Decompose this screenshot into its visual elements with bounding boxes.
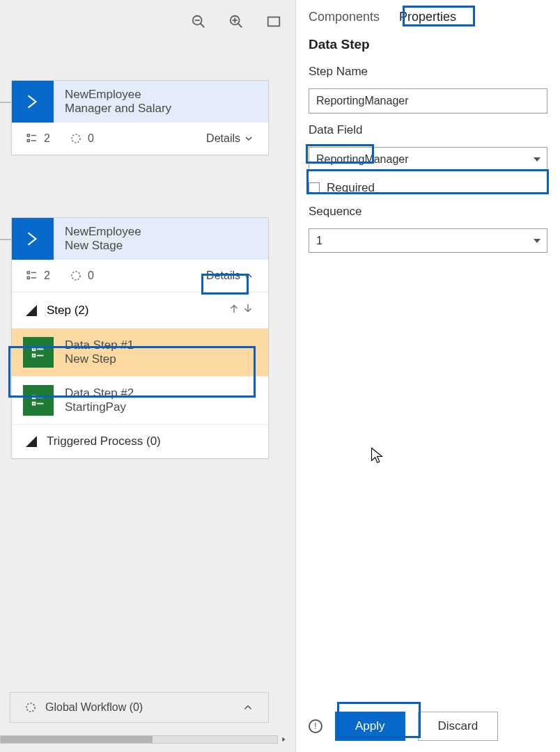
data-field-select[interactable]: ReportingManager bbox=[309, 147, 547, 171]
svg-point-17 bbox=[72, 272, 80, 280]
section-title: Data Step bbox=[296, 31, 560, 65]
svg-point-28 bbox=[26, 703, 35, 712]
discard-button[interactable]: Discard bbox=[418, 712, 499, 741]
tabs: Components Properties bbox=[296, 0, 560, 31]
data-step-icon bbox=[23, 337, 54, 368]
step-name-label: Step Name bbox=[309, 65, 547, 79]
triggered-process-row[interactable]: Triggered Process (0) bbox=[12, 424, 268, 458]
apply-button[interactable]: Apply bbox=[335, 712, 405, 741]
required-label: Required bbox=[327, 181, 375, 195]
cursor-icon bbox=[371, 447, 383, 464]
chevron-up-icon bbox=[243, 270, 254, 281]
info-icon[interactable]: ! bbox=[309, 719, 322, 733]
fit-screen-icon[interactable] bbox=[266, 14, 281, 29]
data-step-title: Data Step #1 bbox=[65, 338, 134, 352]
workflow-icon bbox=[24, 701, 37, 714]
zoom-in-icon[interactable] bbox=[228, 14, 244, 29]
required-checkbox[interactable] bbox=[309, 182, 320, 194]
step-section: Step (2) Data Step #1 New Step bbox=[12, 292, 268, 458]
steps-count: 2 bbox=[26, 269, 50, 282]
details-toggle[interactable]: Details bbox=[206, 132, 254, 145]
stage-stats-row: 2 0 Details bbox=[12, 123, 268, 155]
move-down-icon[interactable] bbox=[242, 302, 254, 318]
svg-marker-29 bbox=[282, 737, 285, 742]
horizontal-scrollbar[interactable] bbox=[0, 734, 289, 745]
sequence-select[interactable]: 1 bbox=[309, 228, 547, 253]
stage-stats-row: 2 0 Details bbox=[12, 260, 268, 292]
svg-rect-15 bbox=[27, 277, 29, 279]
step-name-input[interactable] bbox=[309, 88, 547, 113]
stage-flag-icon bbox=[12, 81, 54, 123]
data-step-2[interactable]: Data Step #2 StartingPay bbox=[12, 376, 268, 424]
triangle-icon bbox=[26, 436, 37, 447]
svg-rect-24 bbox=[33, 396, 36, 399]
data-step-sub: StartingPay bbox=[65, 400, 134, 414]
stage-card-manager-salary[interactable]: NewEmployee Manager and Salary 2 0 Detai… bbox=[11, 80, 269, 155]
svg-rect-26 bbox=[33, 402, 36, 405]
process-count: 0 bbox=[70, 269, 94, 282]
data-step-1[interactable]: Data Step #1 New Step bbox=[12, 328, 268, 376]
steps-count: 2 bbox=[26, 132, 50, 145]
footer-actions: ! Apply Discard bbox=[296, 712, 560, 741]
stage-flag-icon bbox=[12, 218, 54, 260]
svg-line-4 bbox=[238, 24, 242, 28]
stage-name: New Stage bbox=[65, 239, 141, 253]
canvas-toolbar bbox=[191, 14, 281, 29]
data-field-label: Data Field bbox=[309, 123, 547, 137]
step-header: Step (2) bbox=[12, 292, 268, 328]
data-step-sub: New Step bbox=[65, 352, 134, 366]
process-count: 0 bbox=[70, 132, 94, 145]
triangle-icon bbox=[26, 305, 37, 316]
details-toggle[interactable]: Details bbox=[206, 269, 254, 282]
svg-marker-30 bbox=[372, 448, 382, 463]
stage-header: NewEmployee Manager and Salary bbox=[12, 81, 268, 123]
properties-form: Step Name Data Field ReportingManager Re… bbox=[296, 65, 560, 253]
tab-components[interactable]: Components bbox=[309, 10, 380, 24]
svg-point-12 bbox=[72, 134, 80, 143]
global-workflow-bar[interactable]: Global Workflow (0) bbox=[10, 692, 269, 723]
scroll-right-icon[interactable] bbox=[278, 734, 289, 745]
data-step-icon bbox=[23, 385, 54, 416]
svg-rect-22 bbox=[33, 354, 36, 357]
stage-card-new-stage[interactable]: NewEmployee New Stage 2 0 Details bbox=[11, 217, 269, 459]
canvas-pane: NewEmployee Manager and Salary 2 0 Detai… bbox=[0, 0, 296, 752]
svg-rect-7 bbox=[268, 17, 280, 26]
svg-rect-20 bbox=[33, 348, 36, 351]
move-up-icon[interactable] bbox=[228, 302, 240, 318]
data-step-title: Data Step #2 bbox=[65, 386, 134, 400]
stage-entity: NewEmployee bbox=[65, 225, 141, 239]
svg-rect-10 bbox=[27, 140, 29, 142]
svg-line-1 bbox=[201, 24, 205, 28]
chevron-up-icon[interactable] bbox=[242, 701, 254, 714]
connector-line bbox=[0, 239, 11, 240]
stage-header: NewEmployee New Stage bbox=[12, 218, 268, 260]
properties-pane: Components Properties Data Step Step Nam… bbox=[296, 0, 560, 752]
zoom-out-icon[interactable] bbox=[191, 14, 206, 29]
stage-name: Manager and Salary bbox=[65, 102, 171, 116]
tab-properties[interactable]: Properties bbox=[399, 10, 456, 24]
connector-line bbox=[0, 102, 11, 103]
svg-rect-13 bbox=[27, 272, 29, 274]
sequence-label: Sequence bbox=[309, 205, 547, 219]
svg-rect-8 bbox=[27, 134, 29, 136]
chevron-down-icon bbox=[243, 133, 254, 144]
stage-entity: NewEmployee bbox=[65, 88, 171, 102]
